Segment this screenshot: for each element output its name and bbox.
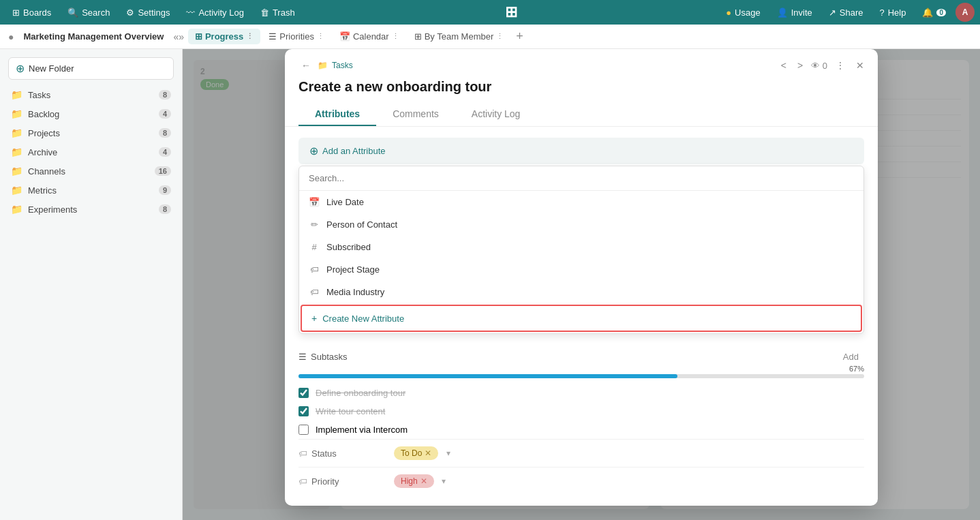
modal-overlay: ← 📁 Tasks < > 👁 0 ⋮ ✕ Create a new onboa…	[183, 49, 980, 520]
subtasks-section: ☰ Subtasks Add 67%	[298, 345, 864, 439]
nav-right: ● Usage 👤 Invite ↗ Share ? Help 🔔 0 A	[719, 3, 975, 22]
bell-icon: 🔔	[922, 7, 933, 18]
folder-icon: 📁	[11, 185, 22, 196]
attr-search-input[interactable]	[309, 173, 854, 183]
settings-icon: ⚙	[126, 7, 134, 18]
attr-item-person-of-contact[interactable]: ✏ Person of Contact	[299, 213, 863, 236]
breadcrumb-tasks-link[interactable]: Tasks	[332, 61, 353, 70]
avatar[interactable]: A	[955, 3, 975, 22]
sidebar-item-metrics[interactable]: 📁 Metrics 9	[0, 181, 182, 200]
sidebar-item-tasks[interactable]: 📁 Tasks 8	[0, 85, 182, 104]
tab-activity-log[interactable]: Activity Log	[455, 103, 537, 126]
priority-icon: 🏷	[298, 476, 307, 487]
status-attr-row: 🏷 Status To Do ✕ ▾	[298, 439, 864, 467]
notifications-button[interactable]: 🔔 0	[915, 5, 953, 20]
invite-button[interactable]: 👤 Invite	[770, 5, 819, 20]
share-button[interactable]: ↗ Share	[822, 5, 870, 20]
new-folder-button[interactable]: ⊕ New Folder	[8, 57, 174, 80]
modal-close-button[interactable]: ✕	[853, 59, 867, 72]
second-nav: ● Marketing Management Overview «» ⊞ Pro…	[0, 25, 980, 49]
trash-button[interactable]: 🗑 Trash	[254, 5, 302, 20]
checkbox-item-1: Define onboarding tour	[298, 384, 864, 402]
add-attribute-bar[interactable]: ⊕ Add an Attribute	[298, 138, 864, 164]
coin-icon: ●	[726, 7, 731, 18]
priority-tag-close[interactable]: ✕	[420, 476, 427, 486]
tab-comments[interactable]: Comments	[376, 103, 455, 126]
tag-icon: 🏷	[309, 264, 320, 275]
calendar-icon: 📅	[309, 197, 320, 207]
checkbox-2[interactable]	[298, 406, 309, 416]
checkbox-item-2: Write tour content	[298, 402, 864, 420]
sidebar-item-experiments[interactable]: 📁 Experiments 8	[0, 200, 182, 219]
sidebar-item-archive[interactable]: 📁 Archive 4	[0, 142, 182, 162]
collapse-button[interactable]: «»	[170, 30, 187, 44]
add-attr-plus-icon: ⊕	[309, 144, 318, 157]
plus-circle-icon: ⊕	[16, 62, 25, 75]
attr-item-media-industry[interactable]: 🏷 Media Industry	[299, 281, 863, 303]
create-new-attr-button[interactable]: + Create New Attribute	[301, 305, 862, 332]
priority-attr-row: 🏷 Priority High ✕ ▾	[298, 467, 864, 495]
modal-title: Create a new onboarding tour	[298, 79, 864, 95]
nav-center: ⊞	[305, 3, 717, 21]
subtasks-add-button[interactable]: Add	[838, 350, 864, 363]
progress-percent: 67%	[849, 365, 864, 373]
edit-icon: ✏	[309, 219, 320, 230]
folder-icon: 📁	[11, 166, 22, 177]
sidebar-item-backlog[interactable]: 📁 Backlog 4	[0, 104, 182, 123]
nav-back-button[interactable]: ●	[5, 30, 16, 44]
sidebar-item-channels[interactable]: 📁 Channels 16	[0, 162, 182, 181]
activity-log-button[interactable]: 〰 Activity Log	[179, 5, 250, 20]
progress-bar-fill	[298, 374, 677, 378]
attr-search-container	[299, 166, 863, 191]
tab-progress[interactable]: ⊞ Progress ⋮	[188, 29, 260, 44]
priority-dropdown-arrow[interactable]: ▾	[442, 476, 446, 486]
search-icon: 🔍	[67, 7, 78, 18]
folder-icon: 📁	[11, 108, 22, 119]
tab-by-team[interactable]: ⊞ By Team Member ⋮	[408, 29, 511, 44]
subtasks-icon: ☰	[298, 352, 307, 362]
tab-calendar[interactable]: 📅 Calendar ⋮	[333, 29, 406, 44]
trash-icon: 🗑	[260, 7, 269, 18]
boards-button[interactable]: ⊞ Boards	[5, 5, 58, 20]
status-tag-close[interactable]: ✕	[425, 448, 431, 458]
settings-button[interactable]: ⚙ Settings	[119, 5, 177, 20]
attr-item-live-date[interactable]: 📅 Live Date	[299, 191, 863, 213]
hash-icon: #	[309, 242, 320, 252]
help-icon: ?	[879, 7, 884, 18]
status-tag: To Do ✕	[394, 446, 438, 460]
modal-body: ⊕ Add an Attribute 📅 Live Date	[285, 127, 878, 506]
share-icon: ↗	[829, 7, 836, 18]
folder-icon: 📁	[11, 89, 22, 100]
priority-tag: High ✕	[394, 474, 434, 488]
attr-item-subscribed[interactable]: # Subscribed	[299, 236, 863, 258]
attribute-dropdown: 📅 Live Date ✏ Person of Contact # Subscr…	[298, 166, 864, 334]
modal-nav-prev[interactable]: <	[778, 59, 789, 72]
boards-icon: ⊞	[12, 7, 20, 18]
modal: ← 📁 Tasks < > 👁 0 ⋮ ✕ Create a new onboa…	[285, 49, 878, 506]
folder-icon: 📁	[11, 204, 22, 215]
checkbox-3[interactable]	[298, 425, 309, 435]
folder-icon: 📁	[11, 127, 22, 138]
views-count: 👁 0	[811, 61, 827, 71]
tab-attributes[interactable]: Attributes	[298, 103, 376, 126]
checkbox-1[interactable]	[298, 388, 309, 398]
modal-nav-next[interactable]: >	[795, 59, 806, 72]
add-tab-button[interactable]: +	[512, 28, 527, 45]
status-icon: 🏷	[298, 448, 307, 459]
invite-icon: 👤	[777, 7, 788, 18]
activity-icon: 〰	[186, 7, 195, 18]
modal-tabs: Attributes Comments Activity Log	[298, 103, 864, 126]
tab-priorities[interactable]: ☰ Priorities ⋮	[262, 29, 331, 44]
modal-more-button[interactable]: ⋮	[833, 59, 848, 72]
plus-icon: +	[311, 313, 317, 324]
help-button[interactable]: ? Help	[872, 5, 913, 20]
sidebar-item-projects[interactable]: 📁 Projects 8	[0, 123, 182, 142]
usage-button[interactable]: ● Usage	[719, 5, 767, 20]
progress-icon: ⊞	[195, 31, 202, 42]
attr-item-project-stage[interactable]: 🏷 Project Stage	[299, 258, 863, 281]
app-logo: ⊞	[505, 3, 516, 21]
modal-back-button[interactable]: ←	[298, 59, 313, 72]
search-button[interactable]: 🔍 Search	[61, 5, 117, 20]
status-dropdown-arrow[interactable]: ▾	[446, 448, 450, 458]
calendar-icon: 📅	[339, 31, 350, 42]
